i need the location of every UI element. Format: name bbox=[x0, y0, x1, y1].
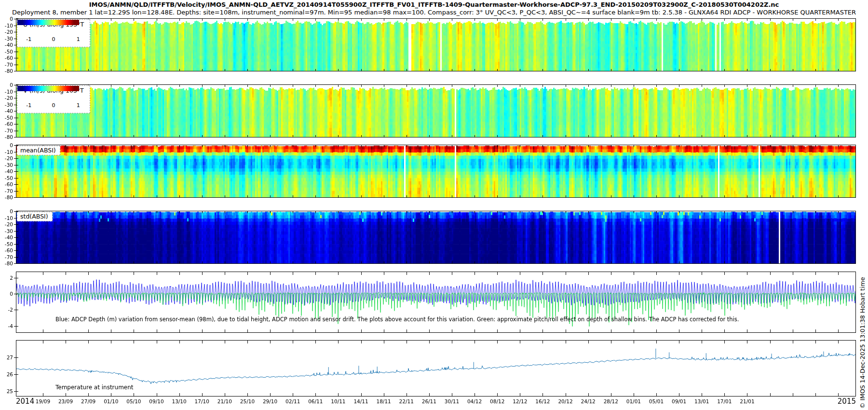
v_velocity-ytick-label--30: -30 bbox=[0, 102, 13, 108]
v_velocity-plot-canvas bbox=[13, 84, 859, 137]
u_velocity-colorbar-tick-1: 1 bbox=[74, 36, 82, 42]
std_absi-plot-canvas bbox=[13, 211, 859, 264]
xtick-label-01/10: 01/10 bbox=[99, 398, 122, 404]
std_absi-ytick-label--40: -40 bbox=[0, 234, 13, 240]
std_absi-ytick-label--10: -10 bbox=[0, 215, 13, 221]
u_velocity-ytick-label--30: -30 bbox=[0, 36, 13, 41]
std_absi-ytick-label--50: -50 bbox=[0, 241, 13, 247]
u_velocity-ytick-label--80: -80 bbox=[0, 68, 13, 74]
v_velocity-colorbar-tick-1: 1 bbox=[74, 102, 82, 109]
v_velocity-ytick-label-0: 0 bbox=[0, 82, 13, 88]
xtick-label-17/10: 17/10 bbox=[190, 398, 214, 404]
panel-depth_variation: Blue: ADCP Depth (m) variation from sens… bbox=[13, 272, 859, 333]
v_velocity-ytick-label--80: -80 bbox=[0, 134, 13, 140]
xtick-label-21/10: 21/10 bbox=[213, 398, 236, 404]
panel-v_velocity: V (m/s) along 105°T-101 bbox=[13, 84, 859, 137]
temperature-ytick-label-25: 25 bbox=[0, 388, 13, 394]
std_absi-ytick-label--80: -80 bbox=[0, 260, 13, 266]
u_velocity-colorbar-tick-0: 0 bbox=[49, 36, 58, 42]
mean_absi-ytick-label--10: -10 bbox=[0, 149, 13, 155]
mean_absi-ytick-label--50: -50 bbox=[0, 175, 13, 181]
panels-area: U (m/s) along 195°T-101V (m/s) along 105… bbox=[0, 0, 868, 410]
depth_variation-ytick-label--4: -4 bbox=[0, 323, 13, 329]
v_velocity-colorbar-tick-0: 0 bbox=[49, 102, 58, 109]
v_velocity-colorbar-tick--1: -1 bbox=[25, 102, 33, 109]
depth_variation-plot-canvas bbox=[13, 272, 859, 333]
xtick-label-29/10: 29/10 bbox=[258, 398, 282, 404]
v_velocity-ytick-label--60: -60 bbox=[0, 121, 13, 127]
xtick-label-16/12: 16/12 bbox=[531, 398, 554, 404]
u_velocity-ytick-label--40: -40 bbox=[0, 42, 13, 48]
mean_absi-ytick-label--20: -20 bbox=[0, 155, 13, 161]
xtick-label-10/11: 10/11 bbox=[326, 398, 350, 404]
xtick-label-14/11: 14/11 bbox=[350, 398, 373, 404]
u_velocity-ytick-label--50: -50 bbox=[0, 49, 13, 55]
xtick-label-20/12: 20/12 bbox=[554, 398, 577, 404]
v_velocity-colorbar-gradient bbox=[17, 86, 79, 91]
xtick-label-17/01: 17/01 bbox=[713, 398, 736, 404]
xtick-label-24/12: 24/12 bbox=[577, 398, 600, 404]
mean_absi-label: mean(ABSI) bbox=[17, 146, 60, 155]
xtick-label-09/01: 09/01 bbox=[667, 398, 691, 404]
v_velocity-ytick-label--50: -50 bbox=[0, 115, 13, 121]
xtick-label-19/09: 19/09 bbox=[31, 398, 54, 404]
u_velocity-plot-canvas bbox=[13, 18, 859, 71]
xtick-label-05/10: 05/10 bbox=[122, 398, 145, 404]
xtick-label-01/01: 01/01 bbox=[622, 398, 645, 404]
u_velocity-colorbar-gradient bbox=[17, 20, 79, 25]
depth_variation-annotation: Blue: ADCP Depth (m) variation from sens… bbox=[55, 316, 739, 323]
std_absi-ytick-label--70: -70 bbox=[0, 254, 13, 260]
mean_absi-plot-canvas bbox=[13, 145, 859, 198]
v_velocity-ytick-label--70: -70 bbox=[0, 128, 13, 134]
depth_variation-ytick-label-2: 2 bbox=[0, 275, 13, 281]
xtick-label-21/01: 21/01 bbox=[735, 398, 759, 404]
xtick-label-22/11: 22/11 bbox=[395, 398, 418, 404]
u_velocity-colorbar-tick--1: -1 bbox=[25, 36, 33, 42]
xtick-label-13/10: 13/10 bbox=[168, 398, 191, 404]
xtick-label-30/11: 30/11 bbox=[440, 398, 463, 404]
xtick-label-06/11: 06/11 bbox=[304, 398, 327, 404]
xtick-label-27/09: 27/09 bbox=[77, 398, 100, 404]
xtick-label-26/11: 26/11 bbox=[418, 398, 441, 404]
temperature-ytick-label-26: 26 bbox=[0, 371, 13, 377]
xaxis-year-end: 2015 bbox=[836, 397, 856, 406]
depth_variation-ytick-label-0: 0 bbox=[0, 291, 13, 297]
std_absi-ytick-label--60: -60 bbox=[0, 247, 13, 253]
temperature-label: Temperature at instrument bbox=[55, 384, 134, 391]
mean_absi-ytick-label--70: -70 bbox=[0, 188, 13, 194]
copyright-watermark: © IMOS 14-Dec-2025 13:01:38 Hobart time bbox=[859, 277, 866, 409]
xtick-label-08/12: 08/12 bbox=[486, 398, 509, 404]
xtick-label-09/10: 09/10 bbox=[145, 398, 168, 404]
mean_absi-ytick-label-0: 0 bbox=[0, 142, 13, 148]
u_velocity-ytick-label--70: -70 bbox=[0, 62, 13, 68]
v_velocity-ytick-label--20: -20 bbox=[0, 95, 13, 101]
u_velocity-colorbar-legend: U (m/s) along 195°T-101 bbox=[17, 19, 90, 47]
xtick-label-04/12: 04/12 bbox=[463, 398, 486, 404]
xtick-label-13/01: 13/01 bbox=[690, 398, 713, 404]
mean_absi-ytick-label--30: -30 bbox=[0, 162, 13, 168]
depth_variation-ytick-label--2: -2 bbox=[0, 307, 13, 313]
mean_absi-ytick-label--60: -60 bbox=[0, 181, 13, 187]
std_absi-ytick-label-0: 0 bbox=[0, 208, 13, 214]
xtick-label-05/01: 05/01 bbox=[645, 398, 668, 404]
panel-temperature: Temperature at instrument bbox=[13, 340, 859, 396]
xtick-label-02/11: 02/11 bbox=[281, 398, 304, 404]
mean_absi-ytick-label--40: -40 bbox=[0, 168, 13, 174]
xtick-label-25/10: 25/10 bbox=[236, 398, 259, 404]
std_absi-ytick-label--20: -20 bbox=[0, 221, 13, 227]
panel-u_velocity: U (m/s) along 195°T-101 bbox=[13, 18, 859, 71]
std_absi-label: std(ABSI) bbox=[17, 212, 53, 221]
v_velocity-ytick-label--40: -40 bbox=[0, 108, 13, 114]
u_velocity-ytick-label--60: -60 bbox=[0, 55, 13, 61]
u_velocity-ytick-label--20: -20 bbox=[0, 29, 13, 35]
xtick-label-23/09: 23/09 bbox=[54, 398, 77, 404]
xaxis-year-start: 2014 bbox=[16, 397, 34, 406]
v_velocity-ytick-label--10: -10 bbox=[0, 89, 13, 95]
u_velocity-ytick-label--10: -10 bbox=[0, 23, 13, 28]
mean_absi-ytick-label--80: -80 bbox=[0, 194, 13, 200]
temperature-ytick-label-27: 27 bbox=[0, 355, 13, 360]
v_velocity-colorbar-legend: V (m/s) along 105°T-101 bbox=[17, 85, 90, 113]
figure: IMOS/ANMN/QLD/ITFFTB/Velocity/IMOS_ANMN-… bbox=[0, 0, 868, 410]
std_absi-ytick-label--30: -30 bbox=[0, 228, 13, 234]
u_velocity-ytick-label-0: 0 bbox=[0, 16, 13, 22]
